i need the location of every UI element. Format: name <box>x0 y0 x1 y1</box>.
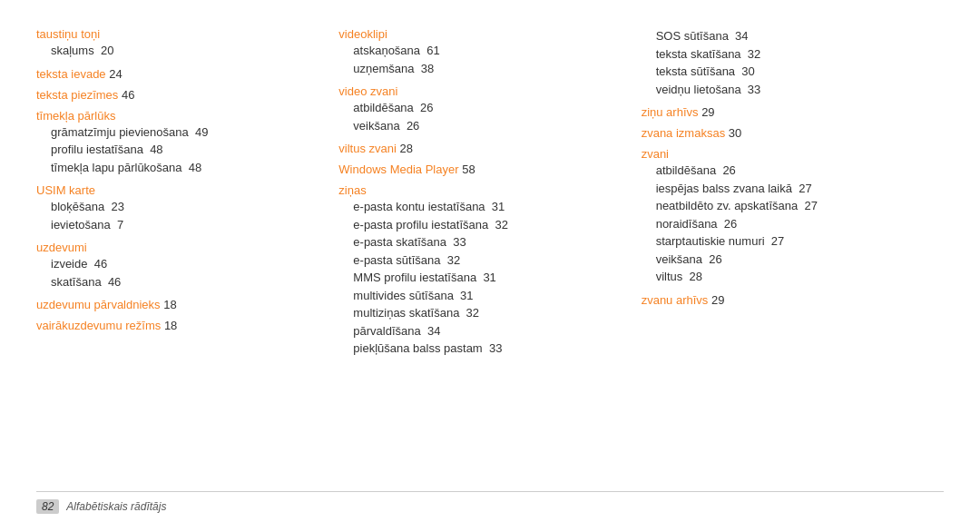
sub-item: izveide 46 <box>36 255 320 273</box>
entry-header: zvani <box>642 147 926 161</box>
sub-item: noraidīšana 26 <box>642 215 926 233</box>
sub-page-num: 32 <box>495 218 507 232</box>
entry: zvanu arhīvs 29 <box>642 293 926 307</box>
sub-page-num: 49 <box>195 125 208 139</box>
entry-header: videoklipi <box>338 27 622 41</box>
sub-page-num: 46 <box>108 275 121 289</box>
sub-page-num: 48 <box>189 161 201 174</box>
entry-header: USIM karte <box>36 183 320 197</box>
entry-header: video zvani <box>338 84 622 98</box>
entry: videoklipiatskaņošana 61uzņemšana 38 <box>338 27 622 77</box>
column-3: SOS sūtīšana 34teksta skatīšana 32teksta… <box>642 27 944 482</box>
page-num: 46 <box>122 88 134 102</box>
entry-header: ziņu arhīvs 29 <box>642 105 926 119</box>
entry-header: uzdevumu pārvaldnieks 18 <box>36 298 320 311</box>
entry-header: Windows Media Player 58 <box>338 163 622 176</box>
sub-item: uzņemšana 38 <box>338 60 622 78</box>
entry-header: viltus zvani 28 <box>338 142 622 155</box>
sub-item: MMS profilu iestatīšana 31 <box>338 269 622 287</box>
page-num: 29 <box>711 293 724 307</box>
sub-page-num: 30 <box>741 64 754 78</box>
entry-header: taustiņu toņi <box>36 27 320 41</box>
entry: ziņu arhīvs 29 <box>642 105 926 119</box>
sub-page-num: 33 <box>453 235 466 249</box>
entry: uzdevumu pārvaldnieks 18 <box>36 298 320 311</box>
sub-item: atskaņošana 61 <box>338 42 622 60</box>
sub-item: multivides sūtīšana 31 <box>338 287 622 305</box>
sub-item: skaļums 20 <box>36 42 320 60</box>
sub-item: skatīšana 46 <box>36 273 320 291</box>
sub-page-num: 34 <box>735 29 748 43</box>
sub-item: neatbildēto zv. apskatīšana 27 <box>642 197 926 215</box>
entry: zvana izmaksas 30 <box>642 126 926 140</box>
page-container: taustiņu toņiskaļums 20teksta ievade 24t… <box>0 0 980 532</box>
page-num: 18 <box>164 319 177 332</box>
sub-page-num: 28 <box>690 270 702 283</box>
sub-item: piekļūšana balss pastam 33 <box>338 340 622 358</box>
sub-page-num: 31 <box>492 200 505 213</box>
sub-page-num: 38 <box>421 62 434 75</box>
sub-page-num: 26 <box>709 252 721 266</box>
entry-header: teksta piezīmes 46 <box>36 88 320 102</box>
sub-page-num: 46 <box>94 257 107 271</box>
content-area: taustiņu toņiskaļums 20teksta ievade 24t… <box>36 27 944 482</box>
entry: vairākuzdevumu režīms 18 <box>36 319 320 332</box>
sub-item: teksta skatīšana 32 <box>642 45 926 64</box>
column-2: videoklipiatskaņošana 61uzņemšana 38vide… <box>338 27 641 482</box>
entry: Windows Media Player 58 <box>338 163 622 176</box>
sub-page-num: 27 <box>799 182 811 195</box>
sub-page-num: 31 <box>483 271 495 284</box>
sub-page-num: 7 <box>117 218 123 232</box>
sub-page-num: 48 <box>150 143 162 156</box>
entry-header: zvanu arhīvs 29 <box>642 293 926 307</box>
sub-item: grāmatzīmju pievienošana 49 <box>36 123 320 142</box>
entry-header: zvana izmaksas 30 <box>642 126 926 140</box>
sub-item: veidņu lietošana 33 <box>642 81 926 99</box>
sub-item: viltus 28 <box>642 268 926 286</box>
footer: 82 Alfabētiskais rādītājs <box>36 491 944 514</box>
sub-item: multiziņas skatīšana 32 <box>338 304 622 322</box>
sub-item: profilu iestatīšana 48 <box>36 141 320 159</box>
sub-page-num: 26 <box>722 163 735 177</box>
sub-page-num: 26 <box>724 217 737 231</box>
sub-item: e-pasta profilu iestatīšana 32 <box>338 216 622 234</box>
entry-header: teksta ievade 24 <box>36 67 320 81</box>
sub-item: e-pasta kontu iestatīšana 31 <box>338 198 622 216</box>
sub-page-num: 34 <box>427 324 440 338</box>
sub-item: SOS sūtīšana 34 <box>642 27 926 45</box>
entry: tīmekļa pārlūksgrāmatzīmju pievienošana … <box>36 109 320 177</box>
entry: teksta ievade 24 <box>36 67 320 81</box>
footer-page-number: 82 <box>36 499 59 514</box>
page-num: 58 <box>462 163 475 176</box>
page-num: 29 <box>701 105 714 119</box>
sub-page-num: 26 <box>407 119 419 133</box>
entry: teksta piezīmes 46 <box>36 88 320 102</box>
sub-item: veikšana 26 <box>338 117 622 135</box>
entry-header: tīmekļa pārlūks <box>36 109 320 123</box>
page-num: 18 <box>163 298 176 311</box>
sub-page-num: 33 <box>748 83 760 96</box>
sub-item: atbildēšana 26 <box>338 99 622 117</box>
sub-page-num: 33 <box>489 341 502 355</box>
entry: zvaniatbildēšana 26iespējas balss zvana … <box>642 147 926 286</box>
entry: uzdevumiizveide 46skatīšana 46 <box>36 241 320 291</box>
sub-item: veikšana 26 <box>642 251 926 269</box>
sub-item: e-pasta sūtīšana 32 <box>338 251 622 270</box>
sub-item: bloķēšana 23 <box>36 198 320 216</box>
sub-page-num: 32 <box>447 253 460 267</box>
entry: taustiņu toņiskaļums 20 <box>36 27 320 60</box>
sub-item: starptautiskie numuri 27 <box>642 232 926 251</box>
entry-header: vairākuzdevumu režīms 18 <box>36 319 320 332</box>
sub-item: tīmekļa lapu pārlūkošana 48 <box>36 159 320 177</box>
page-num: 24 <box>109 67 122 81</box>
sub-item: iespējas balss zvana laikā 27 <box>642 180 926 198</box>
page-num: 30 <box>729 126 741 140</box>
sub-item: atbildēšana 26 <box>642 162 926 180</box>
entry-header: ziņas <box>338 183 622 197</box>
sub-page-num: 31 <box>460 289 473 302</box>
entry: ziņase-pasta kontu iestatīšana 31e-pasta… <box>338 183 622 358</box>
entry: viltus zvani 28 <box>338 142 622 155</box>
sub-page-num: 61 <box>426 44 439 57</box>
sub-page-num: 26 <box>420 101 433 114</box>
sub-item: ievietošana 7 <box>36 216 320 234</box>
